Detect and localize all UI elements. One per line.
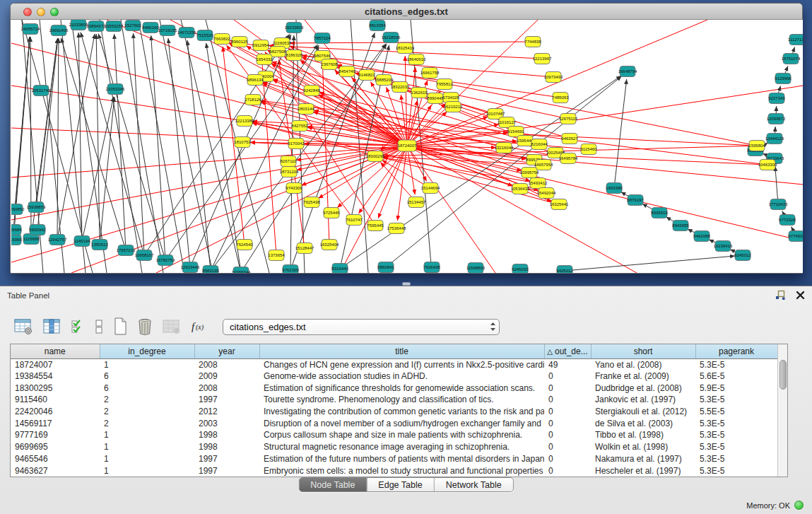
table-cell[interactable]: 1 (100, 429, 194, 441)
column-header-pagerank[interactable]: pagerank (695, 344, 777, 358)
graph-node[interactable]: 6772928 (779, 215, 796, 226)
graph-node[interactable]: 6879197 (627, 195, 644, 206)
graph-node[interactable]: 1527602 (124, 21, 141, 31)
show-columns-button[interactable] (43, 318, 61, 335)
graph-node[interactable]: 8583139 (202, 266, 219, 274)
table-cell[interactable]: 0 (544, 382, 591, 394)
graph-node[interactable]: 9146821 (358, 70, 375, 81)
graph-node[interactable]: 8943955 (672, 221, 689, 231)
graph-node[interactable]: 1654332 (256, 54, 273, 65)
graph-node[interactable]: 15134457 (407, 197, 426, 208)
delete-column-button-disabled[interactable] (163, 319, 180, 334)
graph-node[interactable]: 12444129 (765, 134, 784, 144)
graph-node[interactable]: 8427552 (291, 121, 308, 132)
graph-node[interactable]: 10553257 (105, 21, 124, 32)
function-builder-button[interactable]: f (x) (190, 319, 208, 334)
table-cell[interactable]: 1997 (194, 394, 259, 406)
column-header-year[interactable]: year (194, 344, 259, 358)
graph-node[interactable]: 9170042 (288, 139, 305, 149)
graph-node[interactable]: 15751074 (782, 54, 801, 64)
graph-node[interactable]: 1145194 (74, 236, 91, 247)
table-cell[interactable]: Wolkin et al. (1998) (591, 441, 695, 453)
table-cell[interactable]: 9115460 (11, 394, 100, 406)
table-cell[interactable]: 5.3E-5 (695, 358, 777, 370)
table-cell[interactable]: 1 (100, 453, 194, 465)
graph-node[interactable]: 7625438 (303, 197, 320, 208)
graph-node[interactable]: 12942757 (48, 235, 67, 245)
graph-node[interactable]: 11127133 (788, 35, 803, 45)
table-cell[interactable]: 2012 (194, 406, 259, 418)
table-cell[interactable]: Embryonic stem cells: a model to study s… (259, 465, 544, 477)
table-cell[interactable]: 5.6E-5 (695, 370, 777, 382)
graph-node[interactable]: 9115460 (581, 144, 598, 155)
table-cell[interactable]: Disruption of a novel member of a sodium… (259, 417, 544, 429)
graph-node[interactable]: 9463627 (561, 134, 578, 144)
table-row[interactable]: 911546021997Tourette syndrome. Phenomeno… (11, 394, 777, 406)
table-cell[interactable]: Genome-wide association studies in ADHD. (259, 370, 544, 382)
graph-node[interactable]: 12213967 (533, 54, 552, 64)
table-vertical-scrollbar[interactable] (777, 344, 787, 477)
graph-node[interactable]: 10958107 (135, 250, 154, 261)
graph-node[interactable]: 7485063 (552, 93, 569, 103)
graph-node[interactable]: 20691406 (49, 25, 69, 36)
tab-node-table[interactable]: Node Table (299, 478, 366, 491)
graph-node[interactable]: 1373654 (268, 250, 285, 261)
graph-node[interactable]: 9129966 (775, 74, 792, 84)
table-cell[interactable]: Corpus callosum shape and size in male p… (259, 429, 544, 441)
table-cell[interactable]: 6 (100, 382, 194, 394)
table-cell[interactable]: Hescheler et al. (1997) (591, 465, 695, 477)
table-cell[interactable]: de Silva et al. (2003) (591, 417, 695, 429)
graph-node[interactable]: 12213389 (235, 116, 254, 127)
table-cell[interactable]: 2008 (194, 382, 259, 394)
graph-node[interactable]: 9462068 (693, 231, 710, 242)
graph-node[interactable]: 7515526 (196, 30, 213, 41)
table-cell[interactable]: Tibbo et al. (1998) (591, 429, 695, 441)
graph-node[interactable]: 13216044 (495, 143, 514, 153)
graph-node[interactable]: 8186328 (286, 50, 302, 61)
graph-node[interactable]: 7595445 (367, 221, 384, 231)
graph-node[interactable]: 10366044 (232, 267, 251, 274)
graph-node[interactable]: 10463309 (758, 160, 777, 170)
table-row[interactable]: 969969511998Structural magnetic resonanc… (11, 441, 777, 453)
graph-node[interactable]: 16782759 (156, 255, 175, 266)
graph-node[interactable]: 18322037 (391, 82, 410, 93)
graph-node[interactable]: 1350513 (91, 240, 108, 250)
graph-node[interactable]: 10536433 (511, 184, 530, 194)
table-cell[interactable]: 2 (100, 394, 194, 406)
row-boxes-button[interactable] (95, 318, 103, 335)
table-cell[interactable]: 5.3E-5 (695, 429, 777, 441)
delete-table-button[interactable] (137, 317, 153, 336)
close-panel-button[interactable] (796, 291, 805, 300)
table-row[interactable]: 1456911722003Disruption of a novel membe… (11, 417, 777, 429)
table-cell[interactable]: 0 (544, 465, 591, 477)
graph-node[interactable]: 10973493 (544, 72, 563, 83)
table-cell[interactable]: 19384554 (11, 370, 100, 382)
table-cell[interactable]: 18724007 (11, 358, 100, 370)
graph-node[interactable]: 7857224 (314, 33, 331, 44)
graph-node[interactable]: 17710433 (769, 199, 788, 210)
table-cell[interactable]: 1 (100, 465, 194, 477)
graph-node[interactable]: 8990448 (427, 93, 444, 104)
table-cell[interactable]: 0 (544, 429, 591, 441)
column-header-name[interactable]: name (11, 344, 100, 358)
graph-node[interactable]: 16210212 (444, 102, 463, 112)
graph-node[interactable]: 7626438 (423, 262, 440, 273)
table-cell[interactable]: 0 (544, 406, 591, 418)
graph-node[interactable]: 9774502 (788, 231, 803, 242)
graph-node[interactable]: 7624540 (236, 240, 253, 250)
graph-node[interactable]: 16495784 (559, 153, 578, 164)
table-cell[interactable]: 1998 (194, 429, 259, 441)
graph-node[interactable]: 21033809 (69, 20, 88, 30)
table-cell[interactable]: Estimation of significance thresholds fo… (259, 382, 544, 394)
table-cell[interactable]: Estimation of the future numbers of pati… (259, 453, 544, 465)
table-cell[interactable]: Investigating the contribution of common… (259, 406, 544, 418)
table-cell[interactable]: 9777169 (11, 429, 100, 441)
graph-node[interactable]: 9827508 (269, 47, 286, 57)
graph-node[interactable]: 3915956 (11, 235, 22, 245)
graph-node[interactable]: 8960125 (231, 37, 248, 47)
graph-node[interactable]: 15493412 (529, 178, 548, 189)
table-cell[interactable]: 5.3E-5 (695, 394, 777, 406)
graph-node[interactable]: 18731204 (280, 167, 299, 177)
table-cell[interactable]: 0 (544, 394, 591, 406)
table-cell[interactable]: 5.3E-5 (695, 465, 777, 477)
